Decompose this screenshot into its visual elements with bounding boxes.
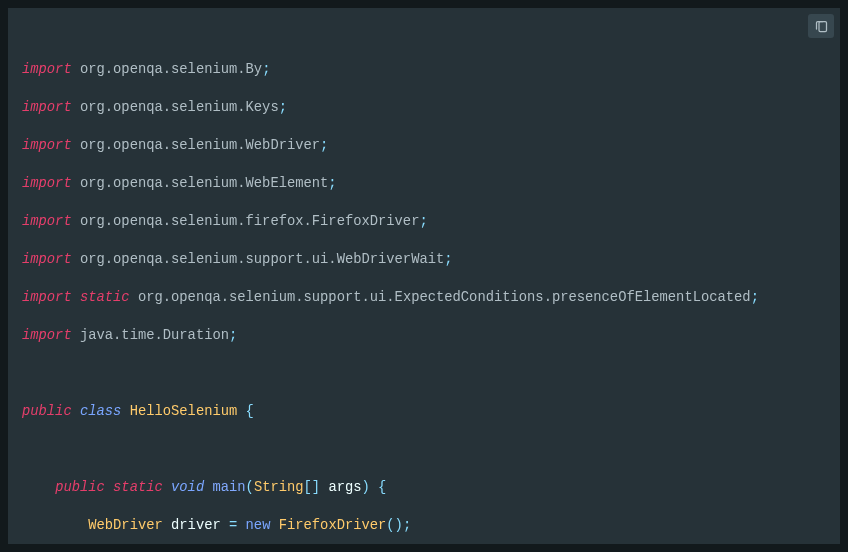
- code-line: public static void main(String[] args) {: [22, 478, 840, 497]
- code-line: WebDriver driver = new FirefoxDriver();: [22, 516, 840, 535]
- code-line: import java.time.Duration;: [22, 326, 840, 345]
- code-line: import org.openqa.selenium.WebElement;: [22, 174, 840, 193]
- code-line: import static org.openqa.selenium.suppor…: [22, 288, 840, 307]
- copy-button[interactable]: [808, 14, 834, 38]
- code-panel: import org.openqa.selenium.By; import or…: [8, 8, 840, 544]
- code-line: public class HelloSelenium {: [22, 402, 840, 421]
- code-line: import org.openqa.selenium.firefox.Firef…: [22, 212, 840, 231]
- svg-rect-0: [819, 21, 827, 31]
- code-line: import org.openqa.selenium.WebDriver;: [22, 136, 840, 155]
- code-line: [22, 440, 840, 459]
- code-line: [22, 364, 840, 383]
- code-line: import org.openqa.selenium.By;: [22, 60, 840, 79]
- code-frame: import org.openqa.selenium.By; import or…: [0, 0, 848, 552]
- code-line: import org.openqa.selenium.support.ui.We…: [22, 250, 840, 269]
- code-line: import org.openqa.selenium.Keys;: [22, 98, 840, 117]
- clipboard-icon: [814, 19, 829, 34]
